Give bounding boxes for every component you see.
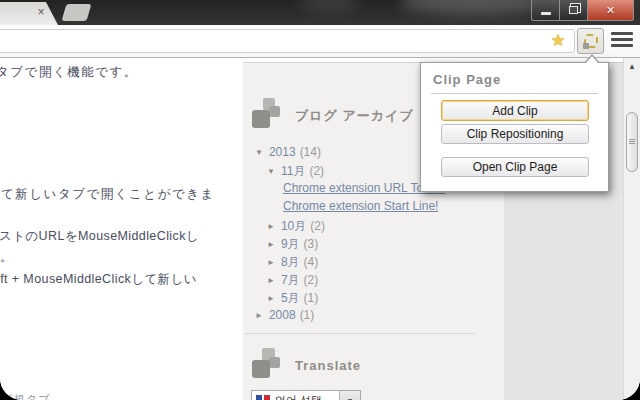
post-link[interactable]: Chrome extension Start Line!	[283, 199, 438, 213]
language-select[interactable]: 언어 선택 ▼	[251, 390, 361, 400]
archive-post-row: Chrome extension Start Line!	[283, 199, 438, 213]
post-count: (3)	[304, 237, 319, 251]
post-count: (2)	[304, 273, 319, 287]
clip-extension-button[interactable]	[577, 28, 604, 54]
active-tab[interactable]	[0, 2, 58, 25]
body-text-line: タブで開く機能です。	[0, 64, 138, 81]
language-select-label: 언어 선택	[275, 393, 339, 400]
post-count: (1)	[300, 308, 315, 322]
body-text-line: ストのURLをMouseMiddleClickし	[0, 228, 199, 245]
language-flag-icon	[256, 395, 270, 400]
clipped-text-line: 新規タブ	[2, 392, 51, 400]
body-text-line: 。	[0, 249, 13, 266]
archive-month-link[interactable]: 10月	[281, 219, 306, 233]
gadget-icon	[269, 106, 280, 117]
gadget-icon	[252, 360, 270, 378]
open-clip-page-button[interactable]: Open Clip Page	[441, 157, 589, 177]
clip-extension-icon	[584, 34, 598, 48]
archive-year-link[interactable]: 2013	[269, 145, 296, 159]
archive-month-row: ▼11月(2)	[267, 163, 324, 180]
add-clip-button[interactable]: Add Clip	[441, 100, 589, 121]
archive-month-link[interactable]: 8月	[281, 255, 300, 269]
browser-toolbar: ★	[0, 25, 640, 58]
popup-arrow	[585, 56, 599, 64]
window-controls: ✕	[531, 0, 634, 21]
minimize-button[interactable]	[531, 0, 559, 21]
archive-month-row: ►8月(4)	[267, 254, 318, 271]
theme-texture	[400, 0, 550, 14]
minimize-icon	[541, 12, 551, 15]
tree-closed-icon[interactable]: ►	[267, 294, 275, 303]
archive-month-row: ►9月(3)	[267, 236, 318, 253]
browser-window: × ✕ ★ タブで開く機能です。 て新しいタブで開くことができま ストのURLを…	[0, 0, 640, 400]
close-button[interactable]: ✕	[587, 0, 634, 21]
scrollbar-thumb[interactable]	[626, 112, 638, 172]
gadget-icon	[252, 110, 270, 128]
gadget-icon	[269, 357, 280, 368]
body-text-line: ift + MouseMiddleClickして新しい	[0, 271, 197, 288]
archive-month-row: ►10月(2)	[267, 218, 325, 235]
theme-texture	[300, 0, 360, 10]
archive-month-link[interactable]: 7月	[281, 273, 300, 287]
tree-closed-icon[interactable]: ►	[255, 311, 263, 320]
archive-year-link[interactable]: 2008	[269, 308, 296, 322]
bookmark-star-icon[interactable]: ★	[548, 31, 568, 51]
archive-month-link[interactable]: 5月	[281, 291, 300, 305]
post-count: (2)	[309, 164, 324, 178]
menu-icon[interactable]	[611, 32, 633, 50]
restore-button[interactable]	[559, 0, 587, 21]
archive-year-row: ▼2013(14)	[255, 145, 321, 159]
archive-month-row: ►7月(2)	[267, 272, 318, 289]
tree-closed-icon[interactable]: ►	[267, 258, 275, 267]
post-count: (2)	[310, 219, 325, 233]
body-text-line: て新しいタブで開くことができま	[1, 186, 215, 203]
post-count: (4)	[304, 255, 319, 269]
popup-divider	[431, 93, 598, 94]
tab-strip: × ✕	[0, 0, 640, 25]
clip-repositioning-button[interactable]: Clip Repositioning	[441, 124, 589, 144]
scroll-up-icon[interactable]: ▲	[624, 58, 640, 75]
tree-closed-icon[interactable]: ►	[267, 240, 275, 249]
sidebar-divider	[245, 333, 475, 334]
translate-gadget-title: Translate	[295, 358, 361, 373]
archive-month-link[interactable]: 11月	[281, 164, 305, 178]
tree-closed-icon[interactable]: ►	[267, 276, 275, 285]
post-count: (1)	[304, 291, 319, 305]
clip-page-popup: Clip Page Add Clip Clip Repositioning Op…	[420, 62, 609, 192]
thumb-grip	[629, 139, 635, 140]
archive-month-link[interactable]: 9月	[281, 237, 300, 251]
post-count: (14)	[300, 145, 321, 159]
new-tab-button[interactable]	[62, 4, 92, 21]
tree-closed-icon[interactable]: ►	[267, 222, 275, 231]
restore-icon	[569, 6, 578, 14]
scrollbar[interactable]: ▲	[623, 58, 640, 400]
chevron-down-icon[interactable]: ▼	[339, 391, 360, 400]
archive-month-row: ►5月(1)	[267, 290, 318, 307]
archive-gadget-title: ブログ アーカイブ	[295, 107, 414, 125]
tree-open-icon[interactable]: ▼	[267, 167, 275, 176]
archive-year-row: ►2008(1)	[255, 308, 314, 322]
tree-open-icon[interactable]: ▼	[255, 148, 263, 157]
popup-title: Clip Page	[433, 72, 501, 87]
address-bar[interactable]	[0, 29, 575, 53]
desktop-background: × ✕ ★ タブで開く機能です。 て新しいタブで開くことができま ストのURLを…	[0, 0, 640, 400]
tab-close-icon[interactable]: ×	[34, 5, 48, 19]
